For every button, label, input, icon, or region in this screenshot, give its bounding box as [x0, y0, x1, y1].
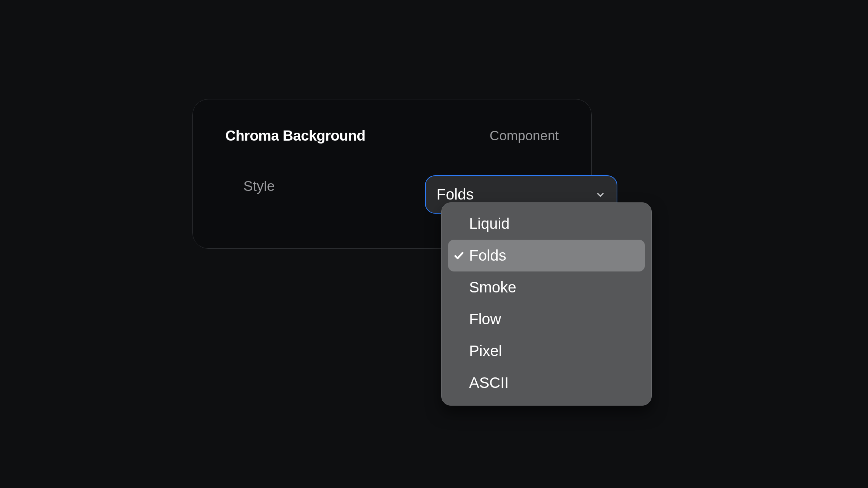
style-row: Style Folds: [243, 178, 275, 194]
dropdown-option-label: ASCII: [469, 374, 509, 391]
check-icon: [453, 250, 465, 261]
dropdown-option-pixel[interactable]: Pixel: [448, 335, 645, 367]
style-select-value: Folds: [437, 186, 474, 203]
panel-tag: Component: [490, 128, 559, 144]
chevron-down-icon: [595, 189, 606, 200]
style-label: Style: [243, 178, 275, 194]
panel-header: Chroma Background Component: [225, 128, 559, 144]
dropdown-option-label: Pixel: [469, 342, 502, 360]
dropdown-option-label: Smoke: [469, 279, 516, 296]
dropdown-option-label: Folds: [469, 247, 506, 264]
dropdown-option-label: Flow: [469, 311, 501, 328]
style-dropdown-menu[interactable]: Liquid Folds Smoke Flow Pixel ASCII: [441, 202, 652, 406]
dropdown-option-label: Liquid: [469, 215, 510, 232]
dropdown-option-folds[interactable]: Folds: [448, 240, 645, 271]
panel-title: Chroma Background: [225, 128, 365, 144]
dropdown-option-smoke[interactable]: Smoke: [448, 271, 645, 303]
dropdown-option-liquid[interactable]: Liquid: [448, 208, 645, 240]
dropdown-option-ascii[interactable]: ASCII: [448, 367, 645, 399]
dropdown-option-flow[interactable]: Flow: [448, 303, 645, 335]
